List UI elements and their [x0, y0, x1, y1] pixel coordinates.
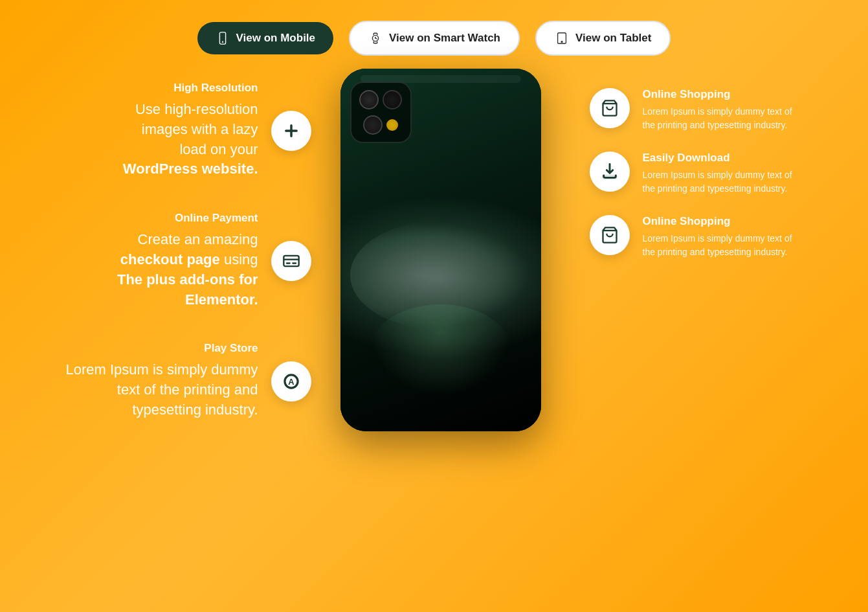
play-store-title: Play Store: [65, 342, 258, 355]
phone-mockup: [340, 69, 541, 431]
online-shopping-1-title: Online Shopping: [643, 88, 803, 101]
svg-text:A: A: [288, 376, 294, 386]
online-shopping-2-title: Online Shopping: [643, 215, 803, 228]
bag-icon-2: [601, 226, 619, 244]
online-shopping-2-icon-circle: [590, 215, 630, 255]
online-shopping-1-icon-circle: [590, 88, 630, 128]
svg-line-5: [375, 38, 377, 39]
online-shopping-1-text: Online Shopping Lorem Ipsum is simply du…: [643, 88, 803, 132]
tablet-btn-label: View on Tablet: [575, 32, 651, 45]
play-store-icon-circle: A: [271, 361, 311, 402]
play-store-feature: Play Store Lorem Ipsum is simply dummy t…: [65, 342, 311, 420]
play-store-desc: Lorem Ipsum is simply dummy text of the …: [65, 360, 258, 420]
online-payment-title: Online Payment: [117, 212, 258, 225]
online-payment-feature: Online Payment Create an amazingcheckout…: [65, 212, 311, 310]
cloud-layer-3: [370, 304, 511, 395]
camera-lens-1: [359, 90, 379, 109]
left-features-column: High Resolution Use high-resolutionimage…: [65, 82, 324, 453]
camera-lens-3: [363, 115, 383, 135]
smartwatch-icon: [368, 31, 383, 45]
camera-lens-2: [383, 90, 402, 109]
smartwatch-btn-label: View on Smart Watch: [389, 32, 500, 45]
view-smartwatch-button[interactable]: View on Smart Watch: [349, 21, 520, 56]
view-tablet-button[interactable]: View on Tablet: [535, 21, 671, 56]
online-payment-text: Online Payment Create an amazingcheckout…: [117, 212, 258, 310]
main-content: High Resolution Use high-resolutionimage…: [0, 82, 868, 453]
online-payment-icon-circle: [271, 241, 311, 281]
online-shopping-2-desc: Lorem Ipsum is simply dummy text of the …: [643, 232, 803, 259]
svg-point-7: [561, 41, 562, 43]
playstore-icon: A: [282, 372, 300, 391]
easily-download-text: Easily Download Lorem Ipsum is simply du…: [643, 152, 803, 196]
right-features-column: Online Shopping Lorem Ipsum is simply du…: [557, 88, 803, 259]
bag-icon-1: [601, 99, 619, 117]
phone-mockup-area: [324, 69, 557, 431]
online-payment-desc: Create an amazingcheckout page usingThe …: [117, 230, 258, 310]
mobile-icon: [216, 31, 230, 45]
online-shopping-2-text: Online Shopping Lorem Ipsum is simply du…: [643, 215, 803, 259]
high-resolution-icon-circle: [271, 111, 311, 151]
tablet-icon: [555, 31, 569, 45]
easily-download-icon-circle: [590, 152, 630, 192]
high-resolution-title: High Resolution: [123, 82, 258, 95]
easily-download-feature: Easily Download Lorem Ipsum is simply du…: [590, 152, 803, 196]
easily-download-title: Easily Download: [643, 152, 803, 164]
plus-icon: [282, 122, 300, 140]
easily-download-desc: Lorem Ipsum is simply dummy text of the …: [643, 168, 803, 196]
top-navigation: View on Mobile View on Smart Watch View …: [0, 0, 868, 56]
view-mobile-button[interactable]: View on Mobile: [197, 22, 333, 54]
online-shopping-1-desc: Lorem Ipsum is simply dummy text of the …: [643, 105, 803, 132]
svg-rect-8: [284, 256, 298, 266]
high-resolution-desc: Use high-resolutionimages with a lazyloa…: [123, 100, 258, 179]
svg-rect-16: [602, 175, 617, 179]
svg-point-2: [222, 41, 223, 43]
high-resolution-text: High Resolution Use high-resolutionimage…: [123, 82, 258, 179]
payment-icon: [282, 252, 300, 270]
high-resolution-feature: High Resolution Use high-resolutionimage…: [65, 82, 311, 179]
flash: [386, 119, 398, 131]
mobile-btn-label: View on Mobile: [236, 32, 315, 45]
play-store-text: Play Store Lorem Ipsum is simply dummy t…: [65, 342, 258, 420]
online-shopping-2-feature: Online Shopping Lorem Ipsum is simply du…: [590, 215, 803, 259]
online-shopping-1-feature: Online Shopping Lorem Ipsum is simply du…: [590, 88, 803, 132]
camera-module: [350, 82, 412, 143]
download-icon: [601, 163, 619, 181]
